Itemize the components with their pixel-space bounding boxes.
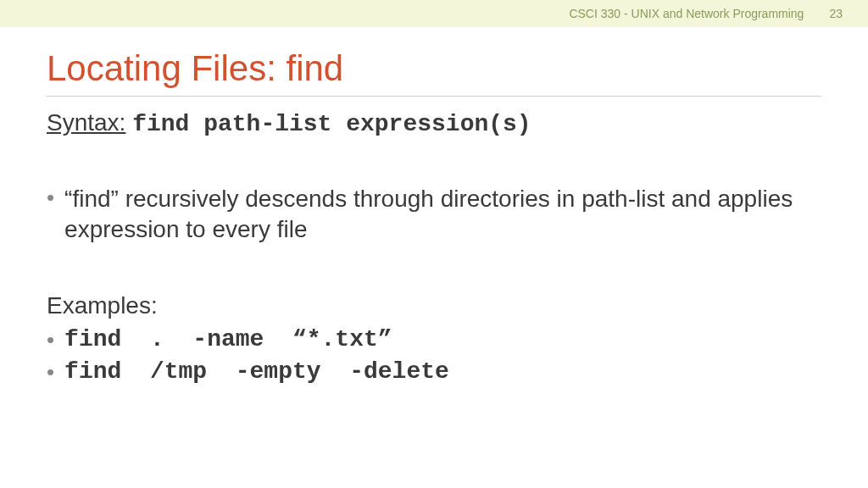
page-number: 23 xyxy=(829,7,843,20)
example-code: find /tmp -empty -delete xyxy=(64,358,449,385)
slide-title: Locating Files: find xyxy=(47,48,821,97)
course-label: CSCI 330 - UNIX and Network Programming xyxy=(569,7,804,20)
slide-content: Locating Files: find Syntax: find path-l… xyxy=(0,27,868,386)
examples-label: Examples: xyxy=(47,292,821,319)
syntax-label: Syntax: xyxy=(47,109,125,136)
example-code: find . -name “*.txt” xyxy=(64,326,392,352)
bullet-item: • “find” recursively descends through di… xyxy=(47,184,821,246)
bullet-marker-icon: • xyxy=(47,326,54,355)
example-item: • find /tmp -empty -delete xyxy=(47,358,821,387)
bullet-marker-icon: • xyxy=(47,358,54,387)
syntax-line: Syntax: find path-list expression(s) xyxy=(47,109,821,137)
syntax-command: find path-list expression(s) xyxy=(132,111,531,137)
slide-header: CSCI 330 - UNIX and Network Programming … xyxy=(0,0,868,27)
bullet-text: “find” recursively descends through dire… xyxy=(64,184,821,246)
bullet-marker-icon: • xyxy=(47,184,54,213)
example-item: • find . -name “*.txt” xyxy=(47,326,821,355)
